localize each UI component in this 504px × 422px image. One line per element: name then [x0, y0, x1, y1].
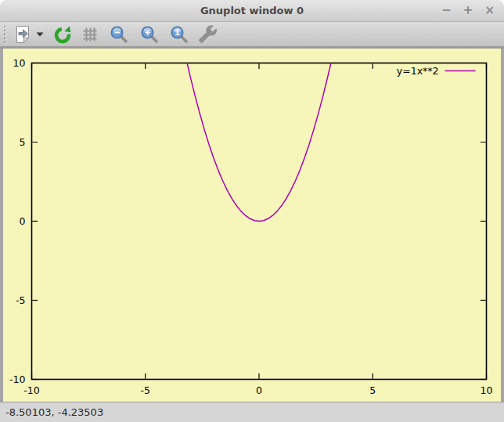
settings-button[interactable] [196, 23, 219, 45]
y-tick-label: -10 [9, 373, 25, 385]
export-dropdown-button[interactable] [34, 23, 45, 45]
x-tick-label: -5 [141, 384, 150, 396]
maximize-button[interactable]: + [463, 5, 473, 16]
window-title: Gnuplot window 0 [0, 0, 504, 21]
svg-text:−: − [114, 26, 121, 38]
chevron-down-icon [36, 32, 44, 37]
document-export-icon [13, 24, 33, 45]
x-tick-label: 10 [481, 384, 493, 396]
window-controls: − + × [441, 0, 495, 21]
minimize-button[interactable]: − [441, 5, 452, 16]
zoom-reset-button[interactable]: 1 [167, 23, 191, 45]
gnuplot-window: Gnuplot window 0 − + × [0, 0, 504, 422]
titlebar[interactable]: Gnuplot window 0 − + × [0, 0, 504, 22]
toolbar: − + 1 [0, 22, 504, 49]
close-button[interactable]: × [484, 5, 495, 16]
zoom-reset-icon: 1 [169, 24, 189, 45]
grid-toggle-button[interactable] [78, 23, 102, 45]
function-curve [187, 63, 331, 222]
plot-canvas[interactable]: -10-50510-10-50510y=1x**2 [0, 49, 504, 402]
refresh-button[interactable] [51, 23, 74, 45]
grid-icon [81, 25, 99, 44]
y-tick-label: -5 [16, 294, 25, 306]
wrench-icon [198, 24, 218, 44]
svg-text:1: 1 [175, 27, 179, 37]
refresh-icon [52, 23, 74, 45]
x-tick-label: -10 [23, 384, 39, 396]
zoom-out-icon: − [109, 24, 129, 45]
zoom-out-button[interactable]: − [107, 23, 131, 45]
y-tick-label: 10 [13, 57, 26, 69]
zoom-in-icon: + [139, 24, 160, 45]
mouse-coordinates: -8.50103, -4.23503 [5, 406, 103, 418]
y-tick-label: 5 [20, 136, 26, 148]
y-tick-label: 0 [20, 215, 26, 227]
export-plot-button[interactable] [11, 23, 34, 45]
plot-svg[interactable]: -10-50510-10-50510y=1x**2 [3, 49, 501, 402]
toolbar-drag-handle[interactable] [4, 26, 5, 43]
zoom-in-button[interactable]: + [138, 23, 161, 45]
legend-label: y=1x**2 [397, 65, 439, 77]
statusbar: -8.50103, -4.23503 [0, 402, 504, 422]
x-tick-label: 0 [256, 384, 262, 396]
x-tick-label: 5 [369, 384, 376, 396]
svg-text:+: + [145, 26, 151, 38]
